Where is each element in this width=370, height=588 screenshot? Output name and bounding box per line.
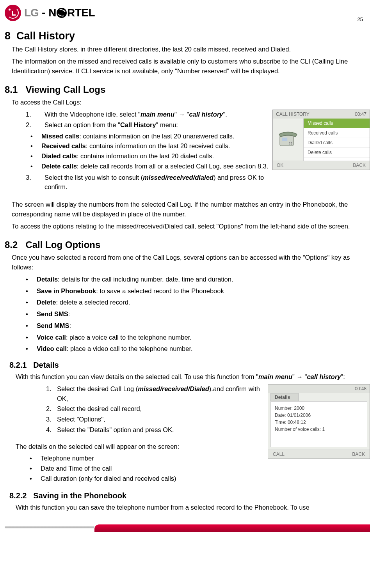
s82-opt-details: •Details: details for the call including…	[26, 275, 370, 284]
shot1-title: CALL HISTORY	[276, 112, 310, 117]
phone-icon	[273, 119, 303, 161]
s81-after-1: The screen will display the numbers from…	[12, 200, 370, 219]
call-history-screenshot: CALL HISTORY 00:47 Missed calls Received…	[272, 110, 370, 170]
shot2-line-date: Date: 01/01/2006	[275, 412, 363, 419]
lg-text: LG	[24, 7, 39, 19]
heading-8-2: 8.2 Call Log Options	[5, 239, 370, 250]
s81-after-2: To access the options relating to the mi…	[12, 221, 370, 231]
s821-detail-phone: •Telephone number	[30, 453, 264, 463]
shot2-line-time: Time: 00:48:12	[275, 419, 363, 426]
shot1-time: 00:47	[355, 112, 366, 117]
s81-bullet-received: •Received calls: contains information on…	[30, 141, 269, 151]
details-screenshot: 00:48 Details Number: 2000 Date: 01/01/2…	[268, 384, 370, 459]
logo-dash: -	[42, 7, 45, 19]
heading-8-2-2: 8.2.2 Saving in the Phonebook	[9, 491, 370, 500]
s821-step-3: 3.Select "Options",	[46, 414, 264, 424]
intro-para-2: The information on the missed and receiv…	[12, 57, 370, 76]
s81-lead: To access the Call Logs:	[12, 97, 370, 107]
s81-step-2: 2. Select an option from the "Call Histo…	[26, 120, 269, 130]
s821-step-1: 1. Select the desired Call Log (missed/r…	[46, 384, 264, 404]
svg-point-5	[291, 143, 292, 145]
svg-point-3	[291, 142, 292, 143]
svg-point-4	[289, 143, 290, 145]
heading-8-2-1: 8.2.1 Details	[9, 361, 370, 370]
heading-8: 8 Call History	[5, 30, 370, 42]
s82-lead: Once you have selected a record from one…	[12, 253, 370, 272]
shot2-softkey-call: CALL	[273, 452, 285, 457]
s81-bullet-dialed: •Dialed calls: contains information on t…	[30, 151, 269, 161]
shot1-softkey-back: BACK	[353, 163, 366, 168]
shot2-softkey-back: BACK	[352, 452, 365, 457]
shot1-menu-item-dialled: Dialled calls	[304, 138, 370, 148]
s81-step-1: 1. With the Videophone idle, select "mai…	[26, 110, 269, 119]
footer-decoration	[5, 524, 370, 535]
shot1-menu-item-missed: Missed calls	[304, 119, 370, 128]
s821-step-2: 2.Select the desired call record,	[46, 404, 264, 414]
svg-point-2	[289, 142, 290, 143]
s822-para: With this function you can save the tele…	[16, 503, 370, 512]
intro-para-1: The Call History stores, in three differ…	[12, 44, 370, 54]
s821-detail-duration: •Call duration (only for dialed and rece…	[30, 474, 370, 484]
globe-icon	[57, 8, 67, 18]
shot2-line-count: Number of voice calls: 1	[275, 426, 363, 433]
s821-lead: With this function you can view details …	[16, 372, 370, 382]
s82-opt-delete: •Delete: delete a selected record.	[26, 298, 370, 307]
s82-opt-video: •Video call: place a video call to the t…	[26, 344, 370, 354]
lg-face-icon	[5, 5, 21, 21]
s82-opt-voice: •Voice call: place a voice call to the t…	[26, 333, 370, 342]
s82-opt-sms: •Send SMS:	[26, 309, 370, 319]
svg-rect-1	[282, 138, 287, 141]
shot1-menu-item-delete: Delete calls	[304, 148, 370, 158]
shot2-time: 00:48	[355, 386, 366, 391]
s82-opt-mms: •Send MMS:	[26, 321, 370, 331]
shot2-tab-details: Details	[270, 393, 299, 401]
s81-bullet-delete: •Delete calls: delete call records from …	[30, 161, 269, 171]
page-number: 25	[358, 16, 363, 22]
nortel-text: NRTEL	[48, 7, 95, 19]
s81-step-3: 3. Select the list you wish to consult (…	[26, 173, 269, 192]
shot1-menu-item-received: Received calls	[304, 128, 370, 138]
s81-bullet-missed: •Missed calls: contains information on t…	[30, 131, 269, 141]
s821-step-4: 4.Select the "Details" option and press …	[46, 425, 264, 435]
s821-detail-datetime: •Date and Time of the call	[30, 464, 370, 473]
s82-opt-save: •Save in Phonebook: to save a selected r…	[26, 286, 370, 296]
shot1-softkey-ok: OK	[277, 163, 283, 168]
brand-logo: LG - NRTEL	[5, 5, 95, 21]
shot2-line-number: Number: 2000	[275, 405, 363, 412]
heading-8-1: 8.1 Viewing Call Logs	[5, 84, 370, 95]
